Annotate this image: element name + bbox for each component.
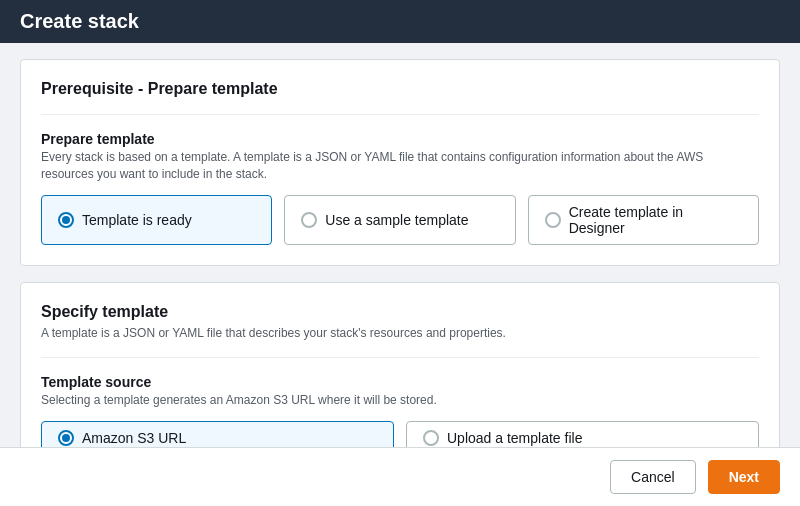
option-s3-url[interactable]: Amazon S3 URL — [41, 421, 394, 447]
specify-template-desc: A template is a JSON or YAML file that d… — [41, 325, 759, 342]
option-sample-template[interactable]: Use a sample template — [284, 195, 515, 245]
source-options: Amazon S3 URL Upload a template file — [41, 421, 759, 447]
option-upload-file[interactable]: Upload a template file — [406, 421, 759, 447]
radio-template-ready — [58, 212, 74, 228]
page-header: Create stack — [0, 0, 800, 43]
option-sample-template-label: Use a sample template — [325, 212, 468, 228]
cancel-button[interactable]: Cancel — [610, 460, 696, 494]
option-template-ready-label: Template is ready — [82, 212, 192, 228]
page-title: Create stack — [20, 10, 139, 32]
footer: Cancel Next — [0, 447, 800, 506]
next-button[interactable]: Next — [708, 460, 780, 494]
prerequisite-title: Prerequisite - Prepare template — [41, 80, 759, 98]
radio-upload-file — [423, 430, 439, 446]
radio-designer — [545, 212, 561, 228]
specify-template-card: Specify template A template is a JSON or… — [20, 282, 780, 447]
specify-template-title: Specify template — [41, 303, 759, 321]
prerequisite-card: Prerequisite - Prepare template Prepare … — [20, 59, 780, 266]
option-upload-file-label: Upload a template file — [447, 430, 582, 446]
template-source-desc: Selecting a template generates an Amazon… — [41, 392, 759, 409]
prepare-template-label: Prepare template — [41, 131, 759, 147]
radio-s3-url — [58, 430, 74, 446]
option-template-ready[interactable]: Template is ready — [41, 195, 272, 245]
option-designer[interactable]: Create template in Designer — [528, 195, 759, 245]
main-content: Prerequisite - Prepare template Prepare … — [0, 43, 800, 447]
option-designer-label: Create template in Designer — [569, 204, 742, 236]
prepare-template-options: Template is ready Use a sample template … — [41, 195, 759, 245]
option-s3-url-label: Amazon S3 URL — [82, 430, 186, 446]
prepare-template-desc: Every stack is based on a template. A te… — [41, 149, 759, 183]
radio-sample-template — [301, 212, 317, 228]
template-source-label: Template source — [41, 374, 759, 390]
